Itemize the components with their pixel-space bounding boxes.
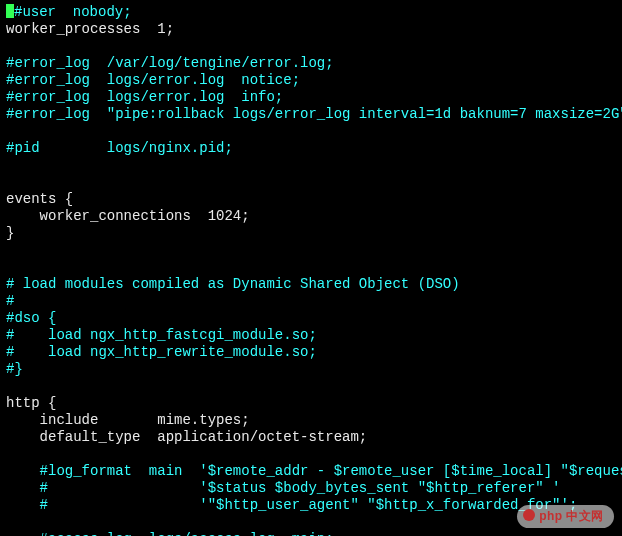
code-text: #} — [6, 361, 23, 377]
code-text: # load ngx_http_fastcgi_module.so; — [6, 327, 317, 343]
code-line: #access_log logs/access.log main; — [6, 531, 622, 536]
code-line: #log_format main '$remote_addr - $remote… — [6, 463, 622, 480]
code-line — [6, 446, 622, 463]
code-text: #log_format main '$remote_addr - $remote… — [6, 463, 622, 479]
code-text: #error_log logs/error.log notice; — [6, 72, 300, 88]
code-text: #access_log logs/access.log main; — [6, 531, 334, 536]
code-line: # load ngx_http_fastcgi_module.so; — [6, 327, 622, 344]
code-text: worker_processes 1; — [6, 21, 174, 37]
code-text: # load ngx_http_rewrite_module.so; — [6, 344, 317, 360]
code-line: #error_log logs/error.log info; — [6, 89, 622, 106]
watermark-badge: php 中文网 — [517, 505, 614, 528]
code-line: default_type application/octet-stream; — [6, 429, 622, 446]
code-line: #dso { — [6, 310, 622, 327]
code-line: #error_log /var/log/tengine/error.log; — [6, 55, 622, 72]
code-line: # load modules compiled as Dynamic Share… — [6, 276, 622, 293]
code-text: #error_log /var/log/tengine/error.log; — [6, 55, 334, 71]
code-line: } — [6, 225, 622, 242]
code-line: include mime.types; — [6, 412, 622, 429]
terminal-editor[interactable]: #user nobody;worker_processes 1;#error_l… — [0, 0, 622, 536]
code-text: #error_log "pipe:rollback logs/error_log… — [6, 106, 622, 122]
code-line: #user nobody; — [6, 4, 622, 21]
watermark-label: php 中文网 — [539, 509, 604, 523]
code-text: # load modules compiled as Dynamic Share… — [6, 276, 460, 292]
code-line: # — [6, 293, 622, 310]
code-text: #pid logs/nginx.pid; — [6, 140, 233, 156]
code-line — [6, 157, 622, 174]
code-line — [6, 259, 622, 276]
code-line: #} — [6, 361, 622, 378]
code-text: include mime.types; — [6, 412, 250, 428]
code-line — [6, 174, 622, 191]
cursor-icon — [6, 4, 14, 18]
code-text: #dso { — [6, 310, 56, 326]
code-line — [6, 38, 622, 55]
code-text: # — [6, 293, 14, 309]
code-text: } — [6, 225, 14, 241]
code-text: # '$status $body_bytes_sent "$http_refer… — [6, 480, 561, 496]
code-text: events { — [6, 191, 73, 207]
code-line: #error_log logs/error.log notice; — [6, 72, 622, 89]
code-text: #user nobody; — [14, 4, 132, 20]
code-line: # '$status $body_bytes_sent "$http_refer… — [6, 480, 622, 497]
code-text: default_type application/octet-stream; — [6, 429, 367, 445]
code-line: worker_connections 1024; — [6, 208, 622, 225]
code-line — [6, 378, 622, 395]
code-line — [6, 242, 622, 259]
code-line: #pid logs/nginx.pid; — [6, 140, 622, 157]
code-line: worker_processes 1; — [6, 21, 622, 38]
code-line: # load ngx_http_rewrite_module.so; — [6, 344, 622, 361]
watermark-dot-icon — [523, 509, 535, 521]
code-line: events { — [6, 191, 622, 208]
code-text: # '"$http_user_agent" "$http_x_forwarded… — [6, 497, 577, 513]
code-line — [6, 123, 622, 140]
code-text: #error_log logs/error.log info; — [6, 89, 283, 105]
code-line: #error_log "pipe:rollback logs/error_log… — [6, 106, 622, 123]
code-text: http { — [6, 395, 56, 411]
code-line: http { — [6, 395, 622, 412]
code-text: worker_connections 1024; — [6, 208, 250, 224]
